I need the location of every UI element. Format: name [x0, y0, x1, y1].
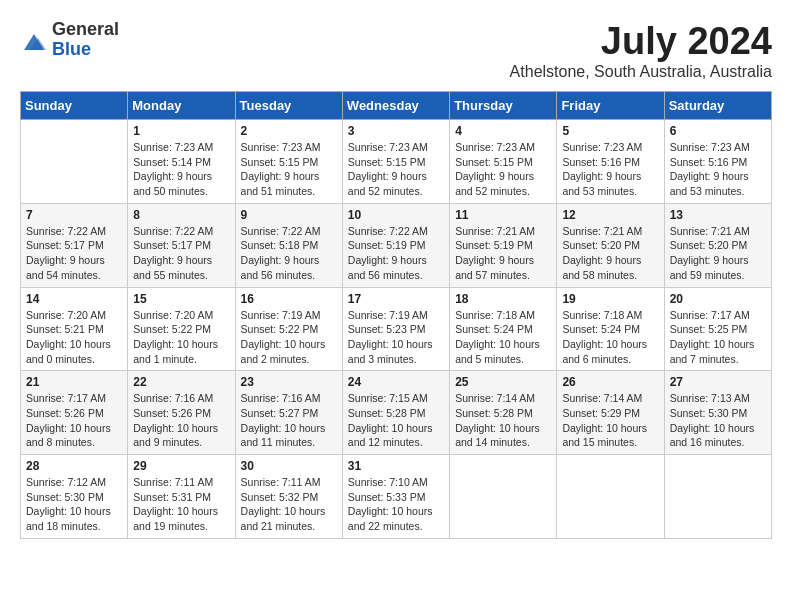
day-info: Sunrise: 7:23 AM Sunset: 5:15 PM Dayligh… [348, 140, 444, 199]
header-day-monday: Monday [128, 92, 235, 120]
day-cell: 18Sunrise: 7:18 AM Sunset: 5:24 PM Dayli… [450, 287, 557, 371]
day-cell: 21Sunrise: 7:17 AM Sunset: 5:26 PM Dayli… [21, 371, 128, 455]
header-row: SundayMondayTuesdayWednesdayThursdayFrid… [21, 92, 772, 120]
day-cell: 19Sunrise: 7:18 AM Sunset: 5:24 PM Dayli… [557, 287, 664, 371]
week-row-4: 21Sunrise: 7:17 AM Sunset: 5:26 PM Dayli… [21, 371, 772, 455]
day-cell: 26Sunrise: 7:14 AM Sunset: 5:29 PM Dayli… [557, 371, 664, 455]
day-cell: 31Sunrise: 7:10 AM Sunset: 5:33 PM Dayli… [342, 455, 449, 539]
day-info: Sunrise: 7:23 AM Sunset: 5:14 PM Dayligh… [133, 140, 229, 199]
day-cell: 30Sunrise: 7:11 AM Sunset: 5:32 PM Dayli… [235, 455, 342, 539]
day-number: 15 [133, 292, 229, 306]
day-info: Sunrise: 7:11 AM Sunset: 5:31 PM Dayligh… [133, 475, 229, 534]
day-number: 27 [670, 375, 766, 389]
day-info: Sunrise: 7:16 AM Sunset: 5:27 PM Dayligh… [241, 391, 337, 450]
main-title: July 2024 [510, 20, 772, 63]
day-info: Sunrise: 7:21 AM Sunset: 5:20 PM Dayligh… [670, 224, 766, 283]
day-number: 11 [455, 208, 551, 222]
day-number: 8 [133, 208, 229, 222]
day-number: 30 [241, 459, 337, 473]
week-row-3: 14Sunrise: 7:20 AM Sunset: 5:21 PM Dayli… [21, 287, 772, 371]
logo-text: General Blue [52, 20, 119, 60]
day-info: Sunrise: 7:11 AM Sunset: 5:32 PM Dayligh… [241, 475, 337, 534]
day-number: 24 [348, 375, 444, 389]
day-info: Sunrise: 7:23 AM Sunset: 5:15 PM Dayligh… [241, 140, 337, 199]
day-info: Sunrise: 7:14 AM Sunset: 5:29 PM Dayligh… [562, 391, 658, 450]
header: General Blue July 2024 Athelstone, South… [20, 20, 772, 81]
day-info: Sunrise: 7:20 AM Sunset: 5:21 PM Dayligh… [26, 308, 122, 367]
day-cell: 6Sunrise: 7:23 AM Sunset: 5:16 PM Daylig… [664, 120, 771, 204]
day-cell [557, 455, 664, 539]
subtitle: Athelstone, South Australia, Australia [510, 63, 772, 81]
header-day-friday: Friday [557, 92, 664, 120]
day-cell: 17Sunrise: 7:19 AM Sunset: 5:23 PM Dayli… [342, 287, 449, 371]
day-number: 16 [241, 292, 337, 306]
day-number: 7 [26, 208, 122, 222]
day-number: 2 [241, 124, 337, 138]
day-cell: 16Sunrise: 7:19 AM Sunset: 5:22 PM Dayli… [235, 287, 342, 371]
day-number: 25 [455, 375, 551, 389]
day-number: 14 [26, 292, 122, 306]
day-info: Sunrise: 7:17 AM Sunset: 5:25 PM Dayligh… [670, 308, 766, 367]
day-info: Sunrise: 7:19 AM Sunset: 5:22 PM Dayligh… [241, 308, 337, 367]
day-cell: 9Sunrise: 7:22 AM Sunset: 5:18 PM Daylig… [235, 203, 342, 287]
header-day-wednesday: Wednesday [342, 92, 449, 120]
day-cell: 4Sunrise: 7:23 AM Sunset: 5:15 PM Daylig… [450, 120, 557, 204]
day-number: 18 [455, 292, 551, 306]
logo: General Blue [20, 20, 119, 60]
day-number: 28 [26, 459, 122, 473]
day-number: 6 [670, 124, 766, 138]
day-cell: 15Sunrise: 7:20 AM Sunset: 5:22 PM Dayli… [128, 287, 235, 371]
day-cell: 29Sunrise: 7:11 AM Sunset: 5:31 PM Dayli… [128, 455, 235, 539]
day-info: Sunrise: 7:15 AM Sunset: 5:28 PM Dayligh… [348, 391, 444, 450]
day-info: Sunrise: 7:22 AM Sunset: 5:17 PM Dayligh… [133, 224, 229, 283]
day-number: 5 [562, 124, 658, 138]
day-number: 12 [562, 208, 658, 222]
day-info: Sunrise: 7:23 AM Sunset: 5:15 PM Dayligh… [455, 140, 551, 199]
day-cell: 2Sunrise: 7:23 AM Sunset: 5:15 PM Daylig… [235, 120, 342, 204]
week-row-5: 28Sunrise: 7:12 AM Sunset: 5:30 PM Dayli… [21, 455, 772, 539]
day-cell: 5Sunrise: 7:23 AM Sunset: 5:16 PM Daylig… [557, 120, 664, 204]
day-cell [664, 455, 771, 539]
day-number: 29 [133, 459, 229, 473]
day-cell: 25Sunrise: 7:14 AM Sunset: 5:28 PM Dayli… [450, 371, 557, 455]
day-cell: 13Sunrise: 7:21 AM Sunset: 5:20 PM Dayli… [664, 203, 771, 287]
header-day-tuesday: Tuesday [235, 92, 342, 120]
day-cell: 3Sunrise: 7:23 AM Sunset: 5:15 PM Daylig… [342, 120, 449, 204]
day-info: Sunrise: 7:10 AM Sunset: 5:33 PM Dayligh… [348, 475, 444, 534]
calendar-header: SundayMondayTuesdayWednesdayThursdayFrid… [21, 92, 772, 120]
day-cell: 22Sunrise: 7:16 AM Sunset: 5:26 PM Dayli… [128, 371, 235, 455]
logo-icon [20, 26, 48, 54]
day-cell [21, 120, 128, 204]
day-info: Sunrise: 7:23 AM Sunset: 5:16 PM Dayligh… [562, 140, 658, 199]
day-info: Sunrise: 7:21 AM Sunset: 5:20 PM Dayligh… [562, 224, 658, 283]
day-cell: 1Sunrise: 7:23 AM Sunset: 5:14 PM Daylig… [128, 120, 235, 204]
day-info: Sunrise: 7:18 AM Sunset: 5:24 PM Dayligh… [562, 308, 658, 367]
day-cell: 8Sunrise: 7:22 AM Sunset: 5:17 PM Daylig… [128, 203, 235, 287]
logo-general: General [52, 20, 119, 40]
day-number: 10 [348, 208, 444, 222]
header-day-thursday: Thursday [450, 92, 557, 120]
day-info: Sunrise: 7:13 AM Sunset: 5:30 PM Dayligh… [670, 391, 766, 450]
week-row-1: 1Sunrise: 7:23 AM Sunset: 5:14 PM Daylig… [21, 120, 772, 204]
day-cell: 28Sunrise: 7:12 AM Sunset: 5:30 PM Dayli… [21, 455, 128, 539]
day-info: Sunrise: 7:22 AM Sunset: 5:18 PM Dayligh… [241, 224, 337, 283]
day-cell: 7Sunrise: 7:22 AM Sunset: 5:17 PM Daylig… [21, 203, 128, 287]
day-number: 20 [670, 292, 766, 306]
day-number: 22 [133, 375, 229, 389]
day-cell: 24Sunrise: 7:15 AM Sunset: 5:28 PM Dayli… [342, 371, 449, 455]
day-number: 3 [348, 124, 444, 138]
day-info: Sunrise: 7:22 AM Sunset: 5:19 PM Dayligh… [348, 224, 444, 283]
day-cell: 10Sunrise: 7:22 AM Sunset: 5:19 PM Dayli… [342, 203, 449, 287]
day-cell [450, 455, 557, 539]
header-day-sunday: Sunday [21, 92, 128, 120]
day-number: 23 [241, 375, 337, 389]
day-info: Sunrise: 7:23 AM Sunset: 5:16 PM Dayligh… [670, 140, 766, 199]
day-number: 4 [455, 124, 551, 138]
day-info: Sunrise: 7:17 AM Sunset: 5:26 PM Dayligh… [26, 391, 122, 450]
day-info: Sunrise: 7:12 AM Sunset: 5:30 PM Dayligh… [26, 475, 122, 534]
day-info: Sunrise: 7:20 AM Sunset: 5:22 PM Dayligh… [133, 308, 229, 367]
day-cell: 12Sunrise: 7:21 AM Sunset: 5:20 PM Dayli… [557, 203, 664, 287]
day-info: Sunrise: 7:21 AM Sunset: 5:19 PM Dayligh… [455, 224, 551, 283]
day-number: 19 [562, 292, 658, 306]
day-cell: 23Sunrise: 7:16 AM Sunset: 5:27 PM Dayli… [235, 371, 342, 455]
